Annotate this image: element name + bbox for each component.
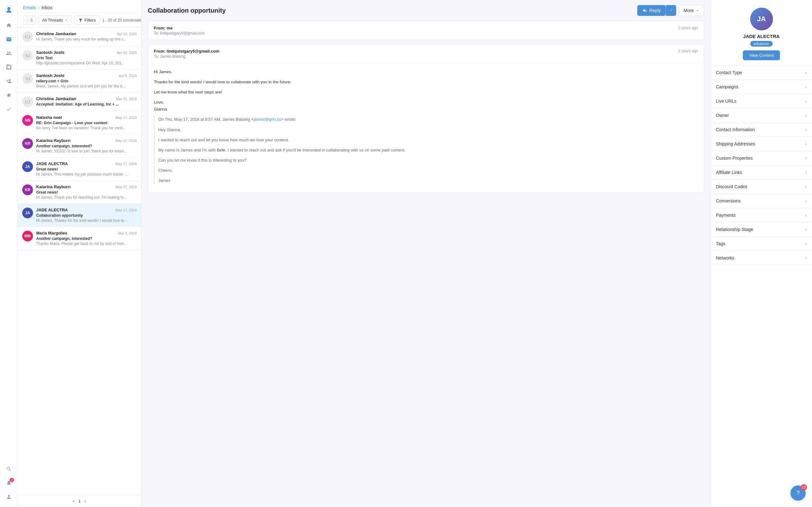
email-meta: Christine Jambazian Apr 10, 2019 <box>36 32 137 36</box>
email-viewer-header: Collaboration opportunity Reply More <box>142 0 711 21</box>
email-date: Mar 15, 2019 <box>116 97 137 101</box>
email-sender: Katarina Rayburn <box>36 184 70 189</box>
nav-contacts[interactable] <box>3 47 15 60</box>
reply-label: Reply <box>649 8 661 13</box>
nav-add-user[interactable] <box>3 75 15 88</box>
nav-check[interactable] <box>3 103 15 115</box>
accordion-section-payments: Payments › <box>711 208 812 222</box>
thread-filter-dropdown[interactable]: All Threads <box>39 15 72 25</box>
reply-button[interactable]: Reply <box>637 5 666 16</box>
filters-button[interactable]: Filters <box>74 15 100 25</box>
accordion-header-custom-properties[interactable]: Custom Properties › <box>711 151 812 165</box>
pagination-prev[interactable]: ‹ <box>73 498 74 504</box>
avatar: JA <box>22 161 33 172</box>
contact-name: JADE ALECTRA <box>743 34 780 39</box>
email-date: Mar 9, 2018 <box>118 231 137 235</box>
view-content-button[interactable]: View Content <box>743 50 780 60</box>
nav-notifications[interactable]: ! <box>3 476 15 489</box>
accordion-label-shipping-addresses: Shipping Addresses <box>716 141 755 147</box>
quoted-line-2: I wanted to reach out and let you know h… <box>158 136 698 144</box>
nav-campaigns[interactable] <box>3 61 15 73</box>
nav-inbox[interactable] <box>3 33 15 46</box>
quoted-sign-name: James <box>158 177 698 184</box>
accordion-section-discount-codes: Discount Codes › <box>711 180 812 194</box>
greeting: Hi James, <box>154 68 698 75</box>
email-body: Hi James, Thanks for the kind words! I w… <box>148 63 704 192</box>
accordion-label-contact-type: Contact Type <box>716 70 742 75</box>
avatar: MM <box>22 231 33 241</box>
nav-search[interactable] <box>3 463 15 475</box>
nav-home[interactable] <box>3 19 15 32</box>
chevron-down-icon <box>64 18 68 22</box>
accordion-label-live-urls: Live URLs <box>716 99 737 104</box>
email-list-item[interactable]: SJ Santosh Joshi Apr 8, 2019 rellery.com… <box>18 69 141 93</box>
email-meta: Maria Margolies Mar 9, 2018 <box>36 231 137 235</box>
accordion-header-contact-type[interactable]: Contact Type › <box>711 66 812 79</box>
pagination: ‹ 1 › <box>18 495 141 507</box>
email-content: JADE ALECTRA May 17, 2018 Great news! Hi… <box>36 161 137 176</box>
quoted-line-4: Can you let me know if this is interesti… <box>158 157 698 164</box>
accordion-label-conversions: Conversions <box>716 199 741 204</box>
more-button[interactable]: More <box>679 5 704 16</box>
quoted-sign-off: Cheers, <box>158 167 698 174</box>
email-list-item[interactable]: JA JADE ALECTRA May 17, 2018 Collaborati… <box>18 204 141 227</box>
accordion-header-affiliate-links[interactable]: Affiliate Links › <box>711 165 812 179</box>
accordion-label-tags: Tags <box>716 241 725 246</box>
email-list-item[interactable]: CJ Christine Jambazian Mar 15, 2019 Acce… <box>18 93 141 111</box>
accordion-header-payments[interactable]: Payments › <box>711 208 812 222</box>
email-subject: Another campaign, interested? <box>36 236 137 241</box>
email-content: Natasha noel May 17, 2018 RE: Grin Campa… <box>36 115 137 130</box>
email-link[interactable]: james@grin.co <box>254 117 281 122</box>
accordion-label-payments: Payments <box>716 213 735 218</box>
accordion-section-live-urls: Live URLs › <box>711 94 812 108</box>
nav-star[interactable] <box>3 89 15 101</box>
accordion-section-contact-information: Contact Information › <box>711 123 812 137</box>
email-meta: Natasha noel May 17, 2018 <box>36 115 137 120</box>
breadcrumb-separator: › <box>38 5 40 10</box>
email-sender: JADE ALECTRA <box>36 161 68 166</box>
chevron-down-icon: › <box>805 70 807 75</box>
email-list-item[interactable]: SJ Santosh Joshi Apr 10, 2019 Grin Test … <box>18 46 141 69</box>
chevron-down-icon: › <box>805 127 807 132</box>
nav-profile[interactable] <box>3 491 15 503</box>
accordion-header-relationship-stage[interactable]: Relationship Stage › <box>711 222 812 236</box>
email-sender: Maria Margolies <box>36 231 67 235</box>
accordion-label-networks: Networks <box>716 256 734 261</box>
accordion-section-contact-type: Contact Type › <box>711 66 812 80</box>
pagination-next[interactable]: › <box>84 498 86 504</box>
email-list-item[interactable]: MM Maria Margolies Mar 9, 2018 Another c… <box>18 227 141 250</box>
email-content: Santosh Joshi Apr 8, 2019 rellery.com + … <box>36 73 137 89</box>
accordion-header-tags[interactable]: Tags › <box>711 237 812 250</box>
help-bubble[interactable]: ? 17 <box>791 486 806 501</box>
email-list-item[interactable]: CJ Christine Jambazian Apr 10, 2019 Hi J… <box>18 27 141 46</box>
search-input[interactable] <box>30 18 33 22</box>
accordion-header-conversions[interactable]: Conversions › <box>711 194 812 208</box>
accordion-header-shipping-addresses[interactable]: Shipping Addresses › <box>711 137 812 151</box>
email-subject: Grin Test <box>36 56 137 60</box>
help-icon: ? <box>797 490 800 497</box>
accordion-header-discount-codes[interactable]: Discount Codes › <box>711 180 812 193</box>
email-from: From: me <box>154 26 205 31</box>
email-list-item[interactable]: NN Natasha noel May 17, 2018 RE: Grin Ca… <box>18 111 141 134</box>
email-content: Christine Jambazian Apr 10, 2019 Hi Jame… <box>36 32 137 42</box>
reply-dropdown-button[interactable] <box>666 5 676 16</box>
email-preview: Hi James, Thank you for reaching out. I'… <box>36 195 137 200</box>
email-list-item[interactable]: KR Katarina Rayburn May 17, 2018 Another… <box>18 134 141 158</box>
chevron-down-icon: › <box>805 184 807 189</box>
accordion-header-campaigns[interactable]: Campaigns › <box>711 80 812 94</box>
avatar: JA <box>22 208 33 218</box>
breadcrumb-parent[interactable]: Emails <box>23 5 36 10</box>
accordion-label-affiliate-links: Affiliate Links <box>716 170 742 175</box>
email-subject: RE: Grin Campaign - Love your content <box>36 121 137 125</box>
contact-panel: JA JADE ALECTRA influencer View Content … <box>711 0 812 507</box>
accordion-header-owner[interactable]: Owner › <box>711 108 812 122</box>
email-list-item[interactable]: KR Katarina Rayburn May 17, 2018 Great n… <box>18 181 141 204</box>
accordion-header-live-urls[interactable]: Live URLs › <box>711 94 812 108</box>
accordion-header-networks[interactable]: Networks › <box>711 251 812 265</box>
email-date: May 17, 2018 <box>115 208 137 212</box>
email-to: To: lindquistgary5@gmail.com <box>154 31 205 36</box>
search-bar[interactable] <box>23 15 36 25</box>
email-content: Katarina Rayburn May 17, 2018 Great news… <box>36 184 137 200</box>
email-list-item[interactable]: JA JADE ALECTRA May 17, 2018 Great news!… <box>18 158 141 181</box>
accordion-header-contact-information[interactable]: Contact Information › <box>711 123 812 136</box>
